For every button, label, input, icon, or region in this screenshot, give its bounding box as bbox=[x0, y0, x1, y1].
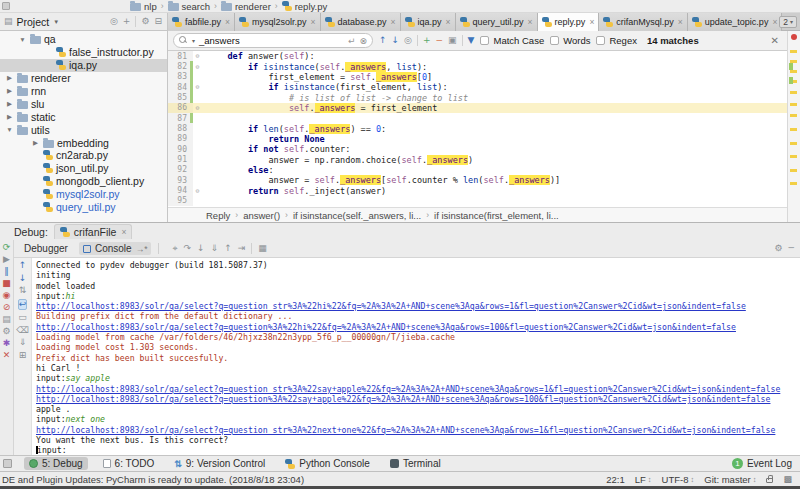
line-number[interactable]: 91 bbox=[168, 154, 190, 164]
tree-file-mongodb_client.py[interactable]: mongodb_client.py bbox=[0, 175, 167, 188]
editor-tab-mysql2solr.py[interactable]: mysql2solr.py× bbox=[235, 13, 321, 31]
line-number[interactable]: 89 bbox=[168, 134, 190, 144]
tree-folder-static[interactable]: ▶static bbox=[0, 110, 167, 123]
tool-window-switcher-icon[interactable] bbox=[3, 459, 12, 468]
show-execution-point-icon[interactable]: ⌖ bbox=[172, 244, 177, 253]
toolwindow-button-terminal[interactable]: Terminal bbox=[385, 457, 446, 470]
editor-tab-reply.py[interactable]: reply.py× bbox=[538, 13, 600, 31]
search-input[interactable]: ▾ _answers ↵ ⊗ bbox=[173, 33, 373, 48]
settings-icon[interactable]: ⚙ bbox=[2, 327, 10, 336]
view-breakpoints-icon[interactable]: ◉ bbox=[3, 291, 11, 300]
lock-icon[interactable] bbox=[766, 478, 773, 483]
toolwindow-button-6-todo[interactable]: 6: TODO bbox=[98, 457, 160, 470]
tree-folder-rnn[interactable]: ▶rnn bbox=[0, 85, 167, 98]
force-step-into-icon[interactable]: ⇓ bbox=[211, 244, 219, 253]
step-over-icon[interactable]: ↷ bbox=[184, 244, 192, 253]
search-match-mark[interactable] bbox=[790, 70, 797, 73]
tree-folder-renderer[interactable]: ▶renderer bbox=[0, 72, 167, 85]
line-number[interactable]: 86 bbox=[168, 103, 190, 113]
rerun-icon[interactable]: ⟳ bbox=[3, 243, 11, 252]
fold-marker-icon[interactable]: ⊖ bbox=[193, 187, 202, 195]
close-find-bar-icon[interactable]: ✕ bbox=[771, 35, 781, 46]
locate-icon[interactable]: ◎ bbox=[110, 17, 118, 26]
search-match-mark[interactable] bbox=[790, 50, 797, 53]
line-number[interactable]: 93 bbox=[168, 175, 190, 185]
search-match-mark[interactable] bbox=[790, 142, 797, 145]
checkbox[interactable] bbox=[480, 36, 489, 45]
restore-layout-icon[interactable]: ▤ bbox=[2, 315, 11, 324]
tree-folder-slu[interactable]: ▶slu bbox=[0, 97, 167, 110]
tab-debugger[interactable]: Debugger bbox=[20, 242, 72, 255]
toolwindow-button-9-version-control[interactable]: ⇅9: Version Control bbox=[169, 457, 270, 470]
run-to-cursor-icon[interactable]: ⇥ bbox=[238, 244, 246, 253]
fold-marker-icon[interactable]: ⊖ bbox=[193, 52, 202, 60]
mute-breakpoints-icon[interactable]: ⊘ bbox=[3, 303, 11, 312]
match-case-checkbox[interactable]: Match Case bbox=[480, 35, 544, 46]
filter-search-results-icon[interactable]: ▼ bbox=[468, 36, 475, 45]
close-tab-icon[interactable]: × bbox=[391, 17, 396, 27]
editor-breadcrumb-item[interactable]: if isinstance(self._answers, li... bbox=[293, 210, 421, 221]
step-into-icon[interactable]: ↓ bbox=[197, 244, 205, 253]
regex-checkbox[interactable]: Regex bbox=[596, 35, 636, 46]
gear-icon[interactable]: ⚙ bbox=[775, 244, 783, 253]
tab-console[interactable]: Console →* bbox=[79, 242, 152, 255]
line-number[interactable]: 95 bbox=[168, 196, 190, 206]
checkbox[interactable] bbox=[596, 36, 605, 45]
add-selection-icon[interactable]: + bbox=[423, 36, 431, 45]
editor-tab-database.py[interactable]: database.py× bbox=[321, 13, 401, 31]
checkbox[interactable] bbox=[550, 36, 559, 45]
status-message[interactable]: DE and Plugin Updates: PyCharm is ready … bbox=[2, 474, 304, 485]
search-match-mark[interactable] bbox=[790, 155, 797, 158]
clear-search-icon[interactable]: ⊗ bbox=[359, 36, 367, 46]
tree-file-iqa.py[interactable]: iqa.py bbox=[0, 59, 167, 72]
search-query[interactable]: _answers bbox=[199, 35, 240, 46]
hide-panel-icon[interactable]: ⊟ bbox=[154, 17, 162, 26]
chevron-right-icon[interactable]: ▶ bbox=[31, 139, 40, 147]
close-tab-icon[interactable]: × bbox=[225, 17, 230, 27]
clear-console-icon[interactable]: ⌫ bbox=[16, 326, 29, 335]
gear-icon[interactable]: ⚙ bbox=[141, 17, 149, 26]
fold-marker-icon[interactable]: ⊖ bbox=[193, 63, 202, 71]
breadcrumb-item[interactable]: renderer bbox=[221, 1, 271, 12]
breadcrumb-item[interactable]: search bbox=[168, 1, 211, 12]
resume-icon[interactable]: ▶ bbox=[3, 255, 10, 264]
pause-icon[interactable]: ‖ bbox=[4, 267, 9, 276]
line-number[interactable]: 85 bbox=[168, 92, 190, 102]
tree-folder-qa[interactable]: ▼qa bbox=[0, 33, 167, 46]
jump-to-bottom-icon[interactable]: ⇅ bbox=[19, 286, 27, 295]
evaluate-expression-icon[interactable]: ▦ bbox=[258, 244, 267, 253]
line-number[interactable]: 81 bbox=[168, 51, 190, 61]
vcs-change-mark[interactable] bbox=[789, 77, 793, 84]
tree-folder-embedding[interactable]: ▶embedding bbox=[0, 136, 167, 149]
chevron-down-icon[interactable]: ▼ bbox=[18, 36, 27, 43]
line-number[interactable]: 87 bbox=[168, 113, 190, 123]
line-number[interactable]: 83 bbox=[168, 72, 190, 82]
editor-tab-query_util.py[interactable]: query_util.py× bbox=[456, 13, 538, 31]
toolwindow-button-5-debug[interactable]: 5: Debug bbox=[24, 457, 88, 470]
stop-icon[interactable]: ■ bbox=[2, 279, 11, 288]
close-session-icon[interactable]: × bbox=[121, 227, 126, 237]
line-number[interactable]: 90 bbox=[168, 144, 190, 154]
code-analysis-icon[interactable]: ▩ bbox=[783, 474, 792, 484]
debug-session-tab[interactable]: crifanFile × bbox=[54, 224, 133, 239]
search-match-mark[interactable] bbox=[790, 128, 797, 131]
chevron-right-icon[interactable]: ▶ bbox=[5, 87, 14, 95]
tree-file-json_util.py[interactable]: json_util.py bbox=[0, 162, 167, 175]
close-tab-icon[interactable]: × bbox=[678, 17, 683, 27]
down-stack-frame-icon[interactable]: ↓ bbox=[19, 274, 27, 283]
line-number[interactable]: 84 bbox=[168, 82, 190, 92]
breadcrumb-item[interactable]: reply.py bbox=[282, 1, 328, 12]
search-match-mark[interactable] bbox=[790, 91, 797, 94]
minimize-icon[interactable]: ─ bbox=[789, 244, 794, 253]
expand-all-icon[interactable]: + bbox=[123, 17, 131, 26]
line-number[interactable]: 88 bbox=[168, 123, 190, 133]
editor-tab-crifanMysql.py[interactable]: crifanMysql.py× bbox=[599, 13, 687, 31]
tree-file-query_util.py[interactable]: query_util.py bbox=[0, 201, 167, 214]
chevron-right-icon[interactable]: ▶ bbox=[5, 74, 14, 82]
chevron-down-icon[interactable]: ▼ bbox=[5, 126, 14, 133]
editor-tab-fabfile.py[interactable]: fabfile.py× bbox=[168, 13, 235, 31]
up-stack-frame-icon[interactable]: ↑ bbox=[19, 261, 27, 270]
vcs-change-mark[interactable] bbox=[789, 63, 793, 70]
debug-console[interactable]: Connected to pydev debugger (build 181.5… bbox=[32, 258, 800, 455]
git-branch[interactable]: Git: master↕ bbox=[704, 474, 756, 485]
